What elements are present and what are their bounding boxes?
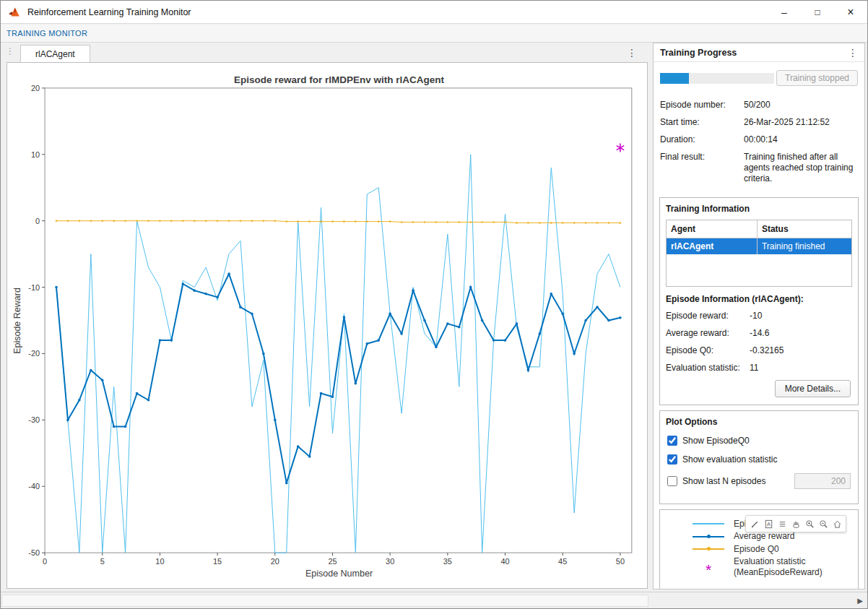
field-episode-number: Episode number: 50/200 bbox=[660, 100, 858, 111]
field-value: 00:00:14 bbox=[744, 134, 854, 145]
training-progress-bar bbox=[660, 73, 774, 84]
statusbar-expand-icon[interactable]: ▶ bbox=[857, 597, 863, 605]
export-icon[interactable]: A bbox=[762, 517, 775, 530]
field-average-reward: Average reward: -14.6 bbox=[666, 328, 852, 339]
plot-options-title: Plot Options bbox=[666, 417, 852, 427]
progress-fields: Episode number: 50/200 Start time: 26-Ma… bbox=[654, 88, 864, 192]
field-value: Training finished after all agents reach… bbox=[744, 152, 854, 184]
zoom-in-icon[interactable] bbox=[803, 517, 816, 530]
option-show-last-n-episodes[interactable]: Show last N episodes bbox=[667, 473, 851, 489]
svg-text:A: A bbox=[766, 521, 770, 527]
svg-text:50: 50 bbox=[616, 557, 625, 566]
field-value: -14.6 bbox=[750, 328, 852, 339]
svg-text:25: 25 bbox=[328, 557, 337, 566]
training-stopped-button: Training stopped bbox=[776, 70, 858, 86]
svg-text:20: 20 bbox=[31, 84, 40, 92]
average-reward-line-icon bbox=[687, 536, 729, 537]
datatips-icon[interactable] bbox=[776, 517, 789, 530]
field-label: Episode reward: bbox=[666, 311, 750, 321]
table-empty-area bbox=[667, 254, 851, 286]
show-episodeq0-checkbox[interactable] bbox=[667, 436, 677, 446]
training-information-panel: Training Information Agent Status rlACAg… bbox=[659, 197, 859, 405]
episode-q0-line-icon bbox=[687, 548, 729, 550]
field-value: -10 bbox=[750, 311, 852, 321]
legend-panel: A bbox=[659, 509, 859, 589]
last-n-episodes-input bbox=[794, 473, 851, 489]
field-final-result: Final result: Training finished after al… bbox=[660, 152, 858, 184]
episode-reward-line-icon bbox=[687, 523, 729, 524]
brush-icon[interactable] bbox=[748, 517, 761, 530]
field-evaluation-statistic: Evaluation statistic: 11 bbox=[666, 363, 852, 373]
window-controls: – □ × bbox=[768, 1, 867, 23]
option-show-evaluation-statistic[interactable]: Show evaluation statistic bbox=[667, 454, 851, 465]
plot-area[interactable]: 05101520253035404550-50-40-30-20-1001020 bbox=[7, 63, 647, 588]
home-icon[interactable] bbox=[830, 517, 843, 530]
legend-label: Average reward bbox=[734, 531, 855, 541]
matlab-logo-icon bbox=[8, 6, 21, 19]
axes-toolbar: A bbox=[745, 515, 846, 532]
evaluation-statistic-asterisk-icon: * bbox=[687, 564, 729, 570]
svg-text:30: 30 bbox=[386, 557, 394, 566]
tab-rlacagent[interactable]: rlACAgent bbox=[20, 45, 90, 62]
svg-text:-40: -40 bbox=[28, 482, 40, 491]
option-show-episodeq0[interactable]: Show EpisodeQ0 bbox=[667, 436, 851, 446]
svg-text:-20: -20 bbox=[28, 349, 40, 358]
field-label: Episode Q0: bbox=[666, 345, 750, 356]
checkbox-label: Show last N episodes bbox=[682, 476, 765, 486]
field-value: 11 bbox=[750, 363, 852, 373]
field-episode-reward: Episode reward: -10 bbox=[666, 311, 852, 321]
table-cell-agent: rlACAgent bbox=[667, 238, 757, 254]
legend-item-average-reward: Average reward bbox=[687, 531, 858, 541]
svg-text:45: 45 bbox=[558, 557, 567, 566]
svg-text:0: 0 bbox=[35, 217, 40, 225]
checkbox-label: Show evaluation statistic bbox=[682, 454, 777, 465]
progress-row: Training stopped bbox=[654, 62, 864, 88]
field-label: Average reward: bbox=[666, 328, 750, 339]
svg-text:15: 15 bbox=[213, 557, 222, 566]
statusbar: ▶ bbox=[1, 592, 867, 608]
show-last-n-episodes-checkbox[interactable] bbox=[667, 476, 677, 486]
panel-title: Training Progress bbox=[660, 48, 737, 58]
pan-icon[interactable] bbox=[789, 517, 802, 530]
svg-text:-10: -10 bbox=[28, 283, 40, 292]
panel-menu-icon[interactable]: ⋮ bbox=[848, 47, 858, 59]
ribbon-tabbar: TRAINING MONITOR bbox=[1, 25, 867, 43]
legend-label: Episode Q0 bbox=[734, 544, 855, 554]
column-header-agent[interactable]: Agent bbox=[667, 220, 757, 238]
table-row[interactable]: rlACAgent Training finished bbox=[667, 238, 851, 254]
legend-item-episode-q0: Episode Q0 bbox=[687, 544, 858, 554]
minimize-button[interactable]: – bbox=[768, 1, 801, 23]
svg-text:10: 10 bbox=[155, 557, 164, 566]
horizontal-scrollbar[interactable] bbox=[1, 595, 648, 607]
field-start-time: Start time: 26-Mar-2025 21:12:52 bbox=[660, 117, 858, 128]
checkbox-label: Show EpisodeQ0 bbox=[682, 436, 750, 446]
zoom-out-icon[interactable] bbox=[817, 517, 830, 530]
svg-text:40: 40 bbox=[500, 557, 509, 566]
training-progress-bar-fill bbox=[660, 73, 689, 84]
titlebar: Reinforcement Learning Training Monitor … bbox=[1, 1, 867, 24]
tabstrip-grip-icon[interactable]: ⋮ bbox=[6, 46, 14, 56]
tab-training-monitor[interactable]: TRAINING MONITOR bbox=[6, 29, 87, 38]
agent-status-table: Agent Status rlACAgent Training finished bbox=[666, 220, 852, 287]
training-progress-panel: Training Progress ⋮ Training stopped Epi… bbox=[653, 43, 865, 589]
svg-text:5: 5 bbox=[100, 557, 105, 566]
window-title: Reinforcement Learning Training Monitor bbox=[27, 7, 191, 17]
app-window: Reinforcement Learning Training Monitor … bbox=[0, 0, 868, 609]
field-label: Episode number: bbox=[660, 100, 744, 111]
field-value: 26-Mar-2025 21:12:52 bbox=[744, 117, 854, 128]
training-information-title: Training Information bbox=[666, 204, 852, 214]
chart-panel: Episode reward for rlMDPEnv with rlACAge… bbox=[6, 62, 648, 589]
plot-options-panel: Plot Options Show EpisodeQ0 Show evaluat… bbox=[659, 410, 859, 504]
tabstrip-menu-icon[interactable]: ⋮ bbox=[627, 47, 637, 59]
chart-title: Episode reward for rlMDPEnv with rlACAge… bbox=[45, 74, 633, 85]
episode-information-title: Episode Information (rlACAgent): bbox=[666, 294, 852, 304]
more-details-button[interactable]: More Details... bbox=[775, 380, 851, 397]
show-evaluation-statistic-checkbox[interactable] bbox=[667, 454, 677, 465]
field-label: Evaluation statistic: bbox=[666, 363, 750, 373]
column-header-status[interactable]: Status bbox=[757, 220, 851, 238]
maximize-button[interactable]: □ bbox=[801, 1, 834, 23]
close-button[interactable]: × bbox=[834, 1, 867, 23]
field-label: Final result: bbox=[660, 152, 744, 184]
table-header-row: Agent Status bbox=[667, 220, 851, 238]
svg-text:-30: -30 bbox=[28, 415, 40, 424]
